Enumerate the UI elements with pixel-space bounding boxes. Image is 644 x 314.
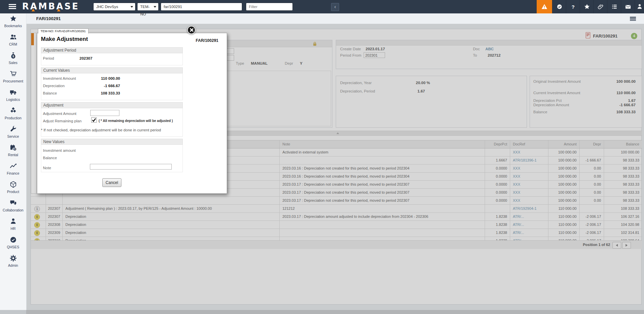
adjustment-amount-input[interactable] xyxy=(90,110,119,116)
current-investment-amount: 110 000.00 xyxy=(77,76,120,80)
stacked-dialog-edge xyxy=(31,33,37,194)
close-button[interactable] xyxy=(187,26,196,34)
note-input[interactable] xyxy=(90,164,172,170)
svg-text:$: $ xyxy=(12,55,14,58)
chat-icon xyxy=(10,199,17,206)
sidebar-navigation: Bookmarks CRM $ Sales Procurement Logist… xyxy=(0,13,26,310)
mail-icon xyxy=(625,4,631,10)
chart-line-icon xyxy=(10,163,17,170)
sidebar-item-procurement[interactable]: Procurement xyxy=(0,70,26,87)
page-title: FAR/100291 xyxy=(36,16,61,21)
hamburger-menu-icon[interactable] xyxy=(9,4,16,9)
context-select[interactable]: TEM-NO xyxy=(137,3,159,11)
sidebar-item-rental[interactable]: $ Rental xyxy=(0,144,26,161)
money-bag-icon: $ xyxy=(10,52,17,59)
help-icon: ? xyxy=(572,4,575,10)
alerts-button[interactable] xyxy=(537,0,552,13)
collapse-search-button[interactable]: ‹ xyxy=(331,3,339,11)
help-button[interactable]: ? xyxy=(566,0,580,13)
star-icon xyxy=(584,4,590,10)
logo-accent-icon xyxy=(32,9,35,11)
list-icon xyxy=(611,4,618,10)
current-depreciation: -1 666.67 xyxy=(77,84,120,88)
cancel-button[interactable]: Cancel xyxy=(102,178,121,187)
user-menu-button[interactable] xyxy=(635,0,644,13)
task-list-button[interactable] xyxy=(607,0,621,13)
stacked-dialog-accent xyxy=(31,33,34,45)
page-menu-icon[interactable] xyxy=(630,16,636,22)
modal-tab[interactable]: TEM-NO: FARADJ/FAR/100291 xyxy=(38,28,89,34)
approvals-button[interactable] xyxy=(552,0,566,13)
section-header-new-values: New Values xyxy=(41,139,183,145)
svg-text:$: $ xyxy=(14,148,15,150)
star-icon xyxy=(10,15,17,22)
users-icon xyxy=(10,34,17,41)
sidebar-item-qhses[interactable]: QHSES xyxy=(0,236,26,253)
system-select[interactable]: JHC DevSys xyxy=(93,3,136,11)
alert-triangle-icon xyxy=(541,3,548,10)
dialog-doc-id: FAR/100291 xyxy=(196,38,218,43)
top-navigation-bar: RAMBASE JHC DevSys TEM-NO ‹ ? xyxy=(0,0,644,13)
cube-icon xyxy=(10,181,17,188)
adjustment-period-value: 202307 xyxy=(79,56,92,60)
section-header-current-values: Current Values xyxy=(41,67,183,73)
page-title-bar: FAR/100291 xyxy=(26,13,644,24)
paperclip-icon xyxy=(598,4,604,10)
adjustment-footnote: * If not checked, depreciation adjustmen… xyxy=(41,128,161,132)
make-adjustment-dialog: Make Adjustment FAR/100291 Adjustment Pe… xyxy=(37,33,227,194)
calendar-dollar-icon: $ xyxy=(10,144,17,151)
badge-check-icon xyxy=(10,236,17,243)
sidebar-item-production[interactable]: Production xyxy=(0,107,26,124)
section-header-adjustment-period: Adjustment Period xyxy=(41,47,183,53)
sidebar-item-logistics[interactable]: Logistics xyxy=(0,89,26,106)
sidebar-item-finance[interactable]: Finance xyxy=(0,163,26,179)
chevron-down-icon xyxy=(130,6,133,8)
gear-icon xyxy=(10,255,17,262)
dialog-title: Make Adjustment xyxy=(41,36,88,43)
cart-icon xyxy=(10,70,17,77)
messages-button[interactable] xyxy=(621,0,635,13)
checkbox-checked-icon xyxy=(92,118,96,122)
checkbox-hint: ( * All remaining depreciation will be a… xyxy=(99,119,173,123)
app-root: RAMBASE JHC DevSys TEM-NO ‹ ? xyxy=(0,0,644,314)
truck-icon xyxy=(10,89,17,96)
wrench-icon xyxy=(10,126,17,133)
sidebar-item-sales[interactable]: $ Sales xyxy=(0,52,26,69)
verified-icon xyxy=(556,4,562,10)
sidebar-item-admin[interactable]: Admin xyxy=(0,255,26,271)
user-icon xyxy=(637,4,643,10)
adjust-remaining-plan-checkbox[interactable] xyxy=(91,117,97,123)
filter-input[interactable] xyxy=(246,3,293,11)
cubes-icon xyxy=(10,107,17,114)
attachments-button[interactable] xyxy=(593,0,607,13)
favorites-button[interactable] xyxy=(580,0,594,13)
section-header-adjustment: Adjustment xyxy=(41,102,183,108)
sidebar-item-bookmarks[interactable]: Bookmarks xyxy=(0,15,26,32)
chevron-down-icon xyxy=(154,6,156,8)
current-balance: 108 333.33 xyxy=(77,91,120,95)
sidebar-item-service[interactable]: Service xyxy=(0,126,26,142)
logo-accent-icon xyxy=(57,9,60,11)
sidebar-item-collaboration[interactable]: Collaboration xyxy=(0,199,26,216)
sidebar-item-hr[interactable]: HR xyxy=(0,218,26,235)
rambase-logo: RAMBASE xyxy=(22,1,79,11)
sidebar-item-product[interactable]: Product xyxy=(0,181,26,198)
search-input[interactable] xyxy=(161,3,242,11)
person-icon xyxy=(10,218,17,225)
sidebar-item-crm[interactable]: CRM xyxy=(0,34,26,50)
